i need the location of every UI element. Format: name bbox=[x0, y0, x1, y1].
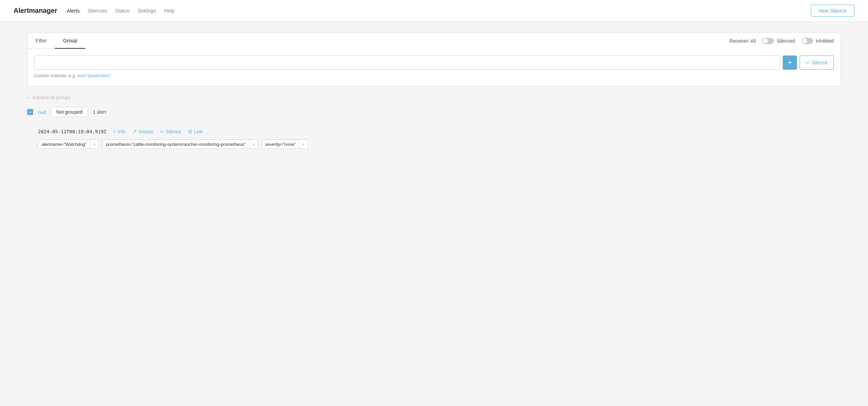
silenced-toggle[interactable] bbox=[762, 38, 774, 44]
label-chip-alertname-text: alertname="Watchdog" bbox=[38, 140, 90, 149]
brand-title: Alertmanager bbox=[14, 7, 57, 15]
alert-action-link[interactable]: ⛓ Link bbox=[188, 129, 203, 134]
label-chip-severity: severity="none" + bbox=[261, 139, 308, 149]
inhibited-label: Inhibited bbox=[816, 38, 834, 44]
info-icon: + bbox=[113, 129, 116, 134]
receiver-label: Receiver: All bbox=[730, 38, 756, 44]
label-chip-prometheus-text: prometheus="cattle-monitoring-system/ran… bbox=[103, 140, 249, 149]
custom-matcher-example[interactable]: env="production" bbox=[77, 73, 111, 78]
tab-group[interactable]: Group bbox=[55, 33, 85, 49]
alert-action-silence[interactable]: ✂ Silence bbox=[160, 129, 181, 134]
filter-tabs: Filter Group bbox=[27, 33, 85, 49]
source-label: Source bbox=[138, 129, 153, 134]
link-icon: ⛓ bbox=[188, 129, 192, 134]
group-null-label: null bbox=[38, 109, 46, 115]
group-collapse-button[interactable]: − bbox=[27, 109, 33, 115]
alert-item: 2024-05-11T08:19:04.919Z + Info ↗ Source… bbox=[38, 123, 841, 152]
nav-silences[interactable]: Silences bbox=[88, 8, 107, 14]
filter-tab-header: Receiver: All Silenced Inhibited bbox=[85, 33, 841, 49]
new-silence-button[interactable]: New Silence bbox=[811, 5, 854, 17]
silence-filter-icon: ✂ bbox=[806, 60, 810, 65]
expand-all-label: Expand all groups bbox=[32, 95, 70, 100]
inhibited-toggle[interactable] bbox=[802, 38, 813, 44]
tabs-and-controls: Filter Group Receiver: All Silenced Inhi… bbox=[27, 33, 841, 49]
expand-all-icon: + bbox=[27, 95, 30, 100]
filter-input-row: + ✂ Silence bbox=[34, 55, 834, 70]
alert-action-source[interactable]: ↗ Source bbox=[132, 129, 153, 135]
alert-labels-row: alertname="Watchdog" + prometheus="cattl… bbox=[38, 139, 841, 149]
add-filter-button[interactable]: + bbox=[783, 55, 797, 70]
navbar-nav: Alerts Silences Status Settings Help bbox=[67, 8, 175, 14]
nav-alerts[interactable]: Alerts bbox=[67, 8, 80, 14]
tab-filter[interactable]: Filter bbox=[27, 33, 55, 49]
expand-all-row[interactable]: + Expand all groups bbox=[27, 95, 841, 100]
group-badge: Not grouped bbox=[50, 107, 88, 117]
main-content: Filter Group Receiver: All Silenced Inhi… bbox=[0, 22, 868, 163]
label-chip-prometheus: prometheus="cattle-monitoring-system/ran… bbox=[102, 139, 258, 149]
label-chip-severity-add[interactable]: + bbox=[299, 140, 307, 149]
inhibited-toggle-group: Inhibited bbox=[802, 38, 834, 44]
nav-settings[interactable]: Settings bbox=[138, 8, 156, 14]
group-row: − null Not grouped 1 alert bbox=[27, 107, 841, 117]
label-chip-prometheus-add[interactable]: + bbox=[249, 140, 258, 149]
label-chip-alertname-add[interactable]: + bbox=[90, 140, 99, 149]
info-label: Info bbox=[117, 129, 125, 134]
filter-panel: Filter Group Receiver: All Silenced Inhi… bbox=[27, 32, 841, 87]
navbar-left: Alertmanager Alerts Silences Status Sett… bbox=[14, 7, 175, 15]
navbar: Alertmanager Alerts Silences Status Sett… bbox=[0, 0, 868, 22]
label-chip-severity-text: severity="none" bbox=[262, 140, 299, 149]
filter-body: + ✂ Silence Custom matcher, e.g. env="pr… bbox=[27, 49, 841, 86]
custom-matcher-hint: Custom matcher, e.g. env="production" bbox=[34, 73, 834, 78]
silence-filter-label: Silence bbox=[812, 60, 827, 65]
silence-filter-button[interactable]: ✂ Silence bbox=[800, 55, 834, 70]
silence-label: Silence bbox=[166, 129, 181, 134]
silenced-toggle-group: Silenced bbox=[762, 38, 795, 44]
alert-timestamp-row: 2024-05-11T08:19:04.919Z + Info ↗ Source… bbox=[38, 129, 841, 135]
nav-status[interactable]: Status bbox=[115, 8, 130, 14]
alert-action-info[interactable]: + Info bbox=[113, 129, 126, 134]
nav-help[interactable]: Help bbox=[164, 8, 175, 14]
alert-timestamp: 2024-05-11T08:19:04.919Z bbox=[38, 129, 106, 134]
silenced-label: Silenced bbox=[777, 38, 795, 44]
link-label: Link bbox=[194, 129, 203, 134]
source-icon: ↗ bbox=[132, 129, 137, 135]
group-count: 1 alert bbox=[93, 109, 106, 115]
filter-input[interactable] bbox=[34, 55, 780, 70]
label-chip-alertname: alertname="Watchdog" + bbox=[38, 139, 99, 149]
silence-icon: ✂ bbox=[160, 129, 164, 134]
